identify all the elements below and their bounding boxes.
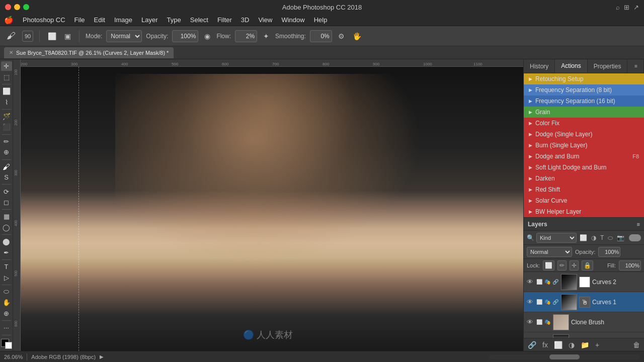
search-icon[interactable]: ⌕ (616, 4, 620, 11)
menu-window[interactable]: Window (277, 15, 308, 25)
share-icon[interactable]: ↗ (633, 4, 639, 11)
shape-tool[interactable]: ⬭ (1, 287, 12, 297)
dodge-tool[interactable]: ⬤ (1, 237, 12, 246)
artboard-tool[interactable]: ⬚ (1, 72, 12, 81)
airbrush-icon[interactable]: ✦ (261, 32, 271, 40)
grid-icon[interactable]: ⊞ (624, 4, 629, 11)
canvas-area[interactable]: 🔵 人人素材 200 300 400 500 600 700 800 900 1… (13, 59, 523, 351)
layer-row-background[interactable]: 👁 ⬜ 🎭 Background 🔒 (524, 332, 644, 338)
smoothing-input[interactable] (310, 30, 332, 42)
layer-visibility-curves1[interactable]: 👁 (526, 298, 534, 306)
action-solar-curve[interactable]: ▶ Solar Curve (524, 195, 644, 206)
text-tool[interactable]: T (1, 262, 12, 272)
marquee-tool[interactable]: ⬜ (1, 86, 12, 96)
layer-fx-curves2[interactable]: 🎭 (544, 279, 551, 286)
brush-size-display[interactable]: 90 (22, 31, 33, 42)
panel-collapse-icon[interactable]: ≡ (628, 59, 644, 73)
zoom-tool[interactable]: ⊕ (1, 309, 12, 318)
action-retouching-setup[interactable]: ▶ Retouching Setup (524, 73, 644, 84)
action-freq-sep-16bit[interactable]: ▶ Frequency Separation (16 bit) (524, 96, 644, 107)
blend-mode-select[interactable]: Normal Multiply Screen (527, 247, 572, 257)
always-use-pressure-opacity-icon[interactable]: ◉ (202, 32, 212, 40)
healing-brush-tool[interactable]: ⊕ (1, 147, 12, 157)
layer-fx-curves1[interactable]: 🎭 (544, 299, 551, 306)
add-mask-icon[interactable]: ⬜ (553, 340, 564, 350)
move-tool[interactable]: ✛ (1, 61, 12, 71)
add-style-icon[interactable]: fx (541, 340, 549, 350)
filter-pixel-icon[interactable]: ⬜ (579, 233, 588, 242)
tab-close-icon[interactable]: ✕ (9, 50, 13, 55)
pen-tool[interactable]: ✒ (1, 248, 12, 257)
layer-link-curves1[interactable]: ⬜ (536, 299, 543, 306)
action-dodge-burn[interactable]: ▶ Dodge and Burn F8 (524, 151, 644, 162)
layer-link-curves2[interactable]: ⬜ (536, 279, 543, 286)
layer-row-curves1[interactable]: 👁 ⬜ 🎭 🔗 🖱 Curves 1 (524, 292, 644, 312)
layer-row-curves2[interactable]: 👁 ⬜ 🎭 🔗 Curves 2 (524, 272, 644, 292)
menu-image[interactable]: Image (110, 15, 136, 25)
delete-layer-icon[interactable]: 🗑 (632, 340, 641, 350)
eraser-tool[interactable]: ◻ (1, 198, 12, 207)
action-grain[interactable]: ▶ Grain (524, 107, 644, 118)
flow-input[interactable] (235, 30, 257, 42)
new-layer-icon[interactable]: + (594, 340, 600, 350)
color-swatches[interactable] (1, 339, 12, 348)
menu-file[interactable]: File (70, 15, 89, 25)
opacity-input[interactable] (598, 247, 620, 257)
link-layers-icon[interactable]: 🔗 (527, 340, 537, 350)
layer-mask-chain-curves2[interactable]: 🔗 (552, 279, 559, 286)
menu-edit[interactable]: Edit (90, 15, 109, 25)
menu-help[interactable]: Help (310, 15, 332, 25)
apple-icon[interactable]: 🍎 (4, 16, 14, 25)
lock-artboards-icon[interactable]: ✛ (570, 260, 579, 270)
action-freq-sep-8bit[interactable]: ▶ Frequency Separation (8 bit) (524, 84, 644, 96)
lasso-tool[interactable]: ⌇ (1, 97, 12, 107)
menu-select[interactable]: Select (186, 15, 212, 25)
blur-tool[interactable]: ◯ (1, 223, 12, 232)
opacity-input[interactable] (172, 30, 198, 42)
maximize-button[interactable] (23, 4, 29, 10)
smoothing-settings-icon[interactable]: ⚙ (336, 32, 347, 40)
quick-selection-tool[interactable]: 🪄 (1, 112, 12, 121)
clone-stamp-tool[interactable]: S (1, 172, 12, 182)
filter-toggle[interactable] (629, 234, 641, 241)
action-soft-light[interactable]: ▶ Soft Light Dodge and Burn (524, 162, 644, 173)
lock-pixels-icon[interactable]: ⬜ (543, 260, 554, 270)
menu-3d[interactable]: 3D (237, 15, 254, 25)
lock-position-icon[interactable]: ✏ (557, 260, 567, 270)
horizontal-scrollbar[interactable] (489, 354, 640, 359)
toggle-brush-panel-icon[interactable]: ▣ (62, 32, 73, 40)
gradient-tool[interactable]: ▦ (1, 212, 12, 221)
menu-layer[interactable]: Layer (137, 15, 162, 25)
scrollbar-thumb[interactable] (549, 354, 580, 359)
tab-properties[interactable]: Properties (588, 59, 628, 73)
menu-filter[interactable]: Filter (213, 15, 236, 25)
action-red-shift[interactable]: ▶ Red Shift (524, 184, 644, 195)
hand-tool[interactable]: ✋ (1, 298, 12, 307)
minimize-button[interactable] (14, 4, 20, 10)
new-fill-adjustment-icon[interactable]: ◑ (568, 340, 576, 350)
background-color[interactable] (5, 342, 12, 349)
mode-select[interactable]: Normal Multiply Screen (106, 30, 142, 42)
filter-type-icon[interactable]: T (599, 233, 605, 242)
tab-history[interactable]: History (524, 59, 555, 73)
action-color-fix[interactable]: ▶ Color Fix (524, 118, 644, 129)
menu-photoshop[interactable]: Photoshop CC (19, 15, 69, 25)
layer-visibility-curves2[interactable]: 👁 (526, 278, 534, 286)
brush-tool[interactable]: 🖌 (1, 161, 12, 171)
action-dodge-single[interactable]: ▶ Dodge (Single Layer) (524, 129, 644, 140)
fill-input[interactable] (619, 260, 641, 270)
layer-visibility-clone-brush[interactable]: 👁 (526, 318, 534, 326)
filter-smartobject-icon[interactable]: 📷 (616, 233, 625, 242)
layer-row-clone-brush[interactable]: 👁 ⬜ 🎭 Clone Brush (524, 312, 644, 332)
action-darken[interactable]: ▶ Darken (524, 173, 644, 184)
new-group-icon[interactable]: 📁 (580, 340, 590, 350)
filter-kind-select[interactable]: Kind Name Effect (536, 233, 577, 243)
brush-preset-icon[interactable]: ⬜ (46, 32, 58, 40)
filter-adjustment-icon[interactable]: ◑ (590, 233, 597, 242)
history-brush-tool[interactable]: ⟳ (1, 187, 12, 196)
layer-link-clone[interactable]: ⬜ (536, 319, 543, 326)
layer-mask-chain-curves1[interactable]: 🔗 (552, 299, 559, 306)
layers-panel-menu-icon[interactable]: ≡ (637, 221, 640, 227)
path-selection-tool[interactable]: ▷ (1, 273, 12, 282)
action-burn-single[interactable]: ▶ Burn (Single Layer) (524, 140, 644, 151)
